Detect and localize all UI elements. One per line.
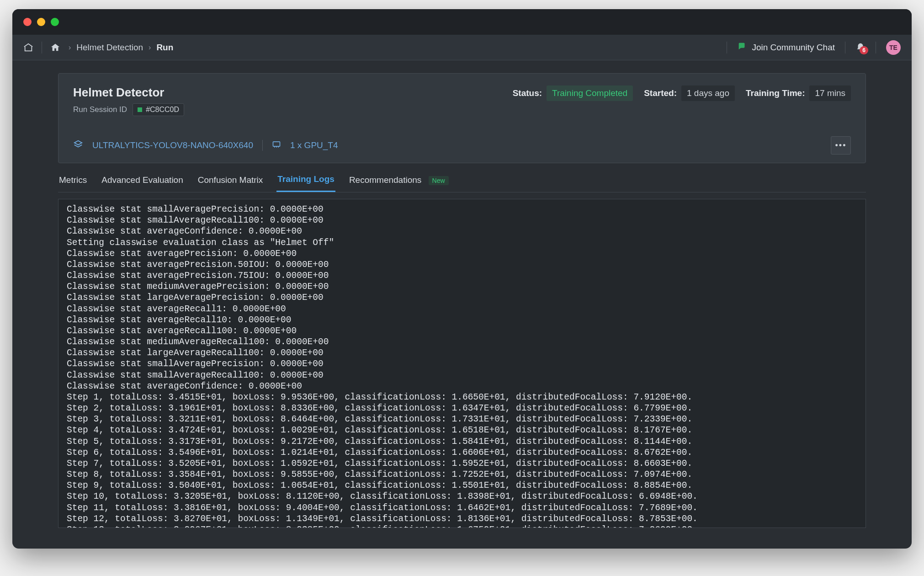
- model-name-link[interactable]: ULTRALYTICS-YOLOV8-NANO-640X640: [92, 140, 253, 150]
- traffic-lights: [23, 18, 59, 26]
- divider: [876, 42, 876, 53]
- run-card: Helmet Detector Run Session ID #C8CC0D S…: [58, 73, 866, 163]
- titlebar: [12, 9, 912, 35]
- tab-training-logs[interactable]: Training Logs: [276, 174, 335, 192]
- app-window: › Helmet Detection › Run Join Community …: [12, 9, 912, 549]
- tab-recommendations-label: Recommendations: [349, 175, 421, 185]
- training-time-value: 17 mins: [809, 85, 851, 101]
- status-label: Status:: [513, 88, 542, 98]
- chat-icon: [737, 41, 747, 53]
- divider: [727, 42, 727, 53]
- tab-metrics[interactable]: Metrics: [58, 175, 88, 192]
- notification-count-badge: 6: [860, 46, 868, 54]
- minimize-window-button[interactable]: [37, 18, 45, 26]
- avatar[interactable]: TE: [886, 40, 901, 55]
- session-id-pill[interactable]: #C8CC0D: [133, 103, 184, 116]
- topbar: › Helmet Detection › Run Join Community …: [12, 35, 912, 60]
- join-community-chat-link[interactable]: Join Community Chat: [737, 41, 835, 53]
- more-options-button[interactable]: •••: [831, 136, 851, 155]
- breadcrumb-run[interactable]: Run: [156, 43, 173, 53]
- hardware-link[interactable]: 1 x GPU_T4: [290, 140, 338, 150]
- divider: [845, 42, 845, 53]
- started-value: 1 days ago: [681, 85, 735, 101]
- breadcrumb: › Helmet Detection › Run: [69, 43, 173, 53]
- chevron-right-icon: ›: [149, 43, 151, 52]
- logo-icon[interactable]: [23, 43, 33, 53]
- close-window-button[interactable]: [23, 18, 32, 26]
- training-time-label: Training Time:: [746, 88, 805, 98]
- run-title: Helmet Detector: [73, 85, 184, 100]
- status-indicator-dot: [138, 107, 142, 112]
- session-id-label: Run Session ID: [73, 105, 127, 114]
- chevron-right-icon: ›: [69, 43, 71, 52]
- divider: [42, 42, 42, 53]
- ellipsis-icon: •••: [835, 141, 847, 150]
- tab-confusion-matrix[interactable]: Confusion Matrix: [197, 175, 264, 192]
- maximize-window-button[interactable]: [51, 18, 59, 26]
- started-label: Started:: [644, 88, 677, 98]
- svg-rect-0: [273, 142, 280, 146]
- home-icon[interactable]: [50, 43, 60, 53]
- training-log-output[interactable]: Classwise stat smallAveragePrecision: 0.…: [58, 199, 866, 528]
- session-id-value: #C8CC0D: [146, 106, 179, 114]
- status-value: Training Completed: [547, 85, 633, 101]
- tab-advanced-evaluation[interactable]: Advanced Evaluation: [101, 175, 184, 192]
- layers-icon: [73, 139, 83, 152]
- divider: [262, 140, 263, 151]
- chat-link-label: Join Community Chat: [752, 43, 835, 53]
- tabs: Metrics Advanced Evaluation Confusion Ma…: [58, 174, 866, 192]
- gpu-icon: [272, 140, 281, 151]
- breadcrumb-helmet-detection[interactable]: Helmet Detection: [76, 43, 143, 53]
- new-badge: New: [429, 176, 449, 185]
- tab-recommendations[interactable]: Recommendations New: [348, 175, 450, 192]
- notifications-button[interactable]: 6: [855, 43, 866, 53]
